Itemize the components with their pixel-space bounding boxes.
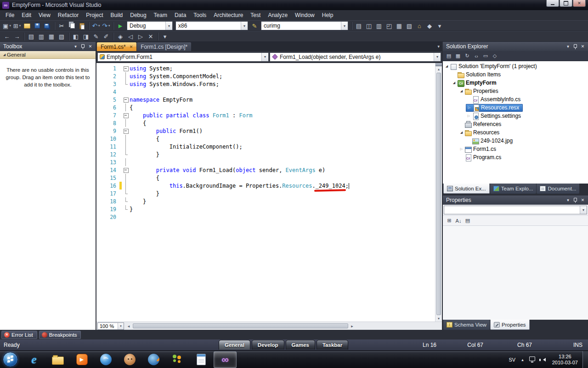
dock-tab-taskbar[interactable]: Taskbar: [317, 340, 348, 350]
find-in-files-button[interactable]: ▤: [354, 21, 364, 31]
pin-icon[interactable]: [572, 197, 579, 203]
code-line-18[interactable]: 18 }: [96, 197, 435, 205]
code-line-10[interactable]: 10 {: [96, 135, 435, 143]
tree-item-content[interactable]: 249-1024.jpg: [466, 137, 513, 145]
tab-properties[interactable]: Properties: [490, 320, 529, 330]
tree-expanded-arrow-icon[interactable]: ◢: [444, 64, 450, 68]
messenger-taskbar-button[interactable]: [166, 351, 189, 368]
new-project-button[interactable]: ▣▾: [2, 21, 12, 31]
code-line-9[interactable]: 9 public Form1(): [96, 127, 435, 135]
tree-item-content[interactable]: ◢Resources: [458, 129, 499, 137]
types-combo[interactable]: EmptyForm.Form1 ▾: [97, 52, 269, 62]
object-browser-button[interactable]: ◰: [384, 21, 394, 31]
code-line-1[interactable]: 1using System;: [96, 64, 435, 72]
msn-taskbar-button[interactable]: [94, 351, 117, 368]
undo-button[interactable]: ↶▾: [91, 21, 101, 31]
tree-item-content[interactable]: ◢Solution 'EmptyForm' (1 project): [444, 63, 537, 70]
title-bar[interactable]: ∞ EmptyForm - Microsoft Visual Studio ✕: [0, 0, 588, 10]
vertical-scrollbar[interactable]: ▴ ▾: [435, 63, 442, 322]
tab-solution-ex[interactable]: Solution Ex...: [443, 184, 490, 194]
increase-indent-button[interactable]: ◨: [81, 32, 91, 41]
scrollbar-thumb[interactable]: [436, 73, 441, 315]
save-button[interactable]: [32, 21, 42, 31]
menu-refactor[interactable]: Refactor: [54, 11, 82, 20]
save-all-button[interactable]: [42, 21, 52, 31]
error-list-panel-button[interactable]: Error List: [1, 331, 37, 339]
tree-item-solution-emptyform-1-project[interactable]: ◢Solution 'EmptyForm' (1 project): [443, 62, 588, 70]
notes-taskbar-button[interactable]: [190, 351, 213, 368]
scroll-right-arrow-icon[interactable]: ▸: [349, 324, 356, 328]
line-number[interactable]: 17: [96, 190, 119, 197]
properties-window-button[interactable]: ▥: [374, 21, 384, 31]
splitter-handle[interactable]: [435, 63, 442, 66]
line-number[interactable]: 14: [96, 167, 119, 173]
next-bookmark-button[interactable]: ▷: [136, 32, 146, 41]
tree-item-assemblyinfo-cs[interactable]: AssemblyInfo.cs: [443, 95, 588, 104]
properties-button[interactable]: ▤: [444, 52, 453, 60]
tree-item-program-cs[interactable]: Program.cs: [443, 153, 588, 161]
line-number[interactable]: 10: [96, 136, 119, 142]
tab-document[interactable]: Document...: [537, 184, 579, 194]
tree-item-resources[interactable]: ◢Resources: [443, 128, 588, 137]
menu-debug[interactable]: Debug: [126, 11, 150, 20]
line-number[interactable]: 4: [96, 89, 119, 95]
solution-platforms-combo[interactable]: x86▾: [175, 21, 248, 30]
code-line-12[interactable]: 12 }: [96, 150, 435, 158]
tree-expanded-arrow-icon[interactable]: ◢: [458, 89, 464, 93]
menu-analyze[interactable]: Analyze: [264, 11, 291, 20]
line-number[interactable]: 9: [96, 128, 119, 134]
line-number[interactable]: 13: [96, 159, 119, 166]
toolbox-group-general[interactable]: ◢ General: [0, 51, 96, 59]
start-page-button[interactable]: ⌂: [414, 21, 424, 31]
display-parameter-info-button[interactable]: ▥: [36, 32, 46, 41]
code-line-19[interactable]: 19}: [96, 205, 435, 213]
copy-button[interactable]: [67, 21, 77, 31]
immediate-window-button[interactable]: ▧: [404, 21, 414, 31]
fold-collapse-button[interactable]: [122, 64, 130, 72]
menu-view[interactable]: View: [35, 11, 54, 20]
tree-collapsed-arrow-icon[interactable]: ▷: [466, 106, 472, 109]
tree-collapsed-arrow-icon[interactable]: ▷: [458, 147, 464, 151]
code-line-7[interactable]: 7 public partial class Form1 : Form: [96, 111, 435, 119]
code-line-6[interactable]: 6{: [96, 104, 435, 111]
decrease-indent-button[interactable]: ◧: [71, 32, 81, 41]
chevron-down-icon[interactable]: ▾: [261, 53, 268, 61]
code-line-17[interactable]: 17 }: [96, 190, 435, 197]
code-line-4[interactable]: 4: [96, 88, 435, 96]
volume-icon[interactable]: [541, 358, 546, 362]
previous-bookmark-button[interactable]: ◁: [125, 32, 136, 41]
chevron-down-icon[interactable]: ▾: [118, 323, 124, 329]
open-file-button[interactable]: [22, 21, 32, 31]
code-line-14[interactable]: 14 private void Form1_Load(object sender…: [96, 166, 435, 174]
code-line-2[interactable]: 2using System.ComponentModel;: [96, 72, 435, 80]
zoom-combo[interactable]: 100 % ▾: [97, 322, 124, 330]
view-class-diagram-button[interactable]: ◇: [490, 52, 499, 60]
line-number[interactable]: 19: [96, 206, 119, 213]
tree-item-content[interactable]: Program.cs: [458, 154, 501, 161]
display-word-completion-button[interactable]: ▧: [57, 32, 67, 41]
line-number[interactable]: 2: [96, 73, 119, 80]
line-number[interactable]: 7: [96, 112, 119, 119]
comment-selection-button[interactable]: ✎: [91, 32, 101, 41]
firefox-taskbar-button[interactable]: [142, 351, 165, 368]
menu-help[interactable]: Help: [318, 11, 337, 20]
toggle-bookmark-button[interactable]: ◈: [115, 32, 125, 41]
horizontal-scrollbar[interactable]: ◂ ▸: [125, 322, 442, 330]
navigate-backward-button[interactable]: ←: [2, 32, 12, 41]
refresh-button[interactable]: ↻: [463, 52, 472, 60]
extension-manager-button[interactable]: ◆: [424, 21, 435, 31]
scroll-left-arrow-icon[interactable]: ◂: [125, 324, 132, 328]
dock-tab-develop[interactable]: Develop: [252, 340, 284, 350]
window-position-button[interactable]: ▾: [565, 43, 571, 50]
code-line-15[interactable]: 15 {: [96, 174, 435, 182]
scrollbar-thumb[interactable]: [133, 323, 348, 328]
menu-window[interactable]: Window: [291, 11, 318, 20]
code-line-11[interactable]: 11 InitializeComponent();: [96, 143, 435, 150]
line-number[interactable]: 11: [96, 144, 119, 150]
view-designer-button[interactable]: ▭: [481, 52, 490, 60]
code-line-13[interactable]: 13: [96, 158, 435, 166]
tab-schema-view[interactable]: Schema View: [443, 320, 490, 330]
menu-data[interactable]: Data: [171, 11, 190, 20]
object-selector-combo[interactable]: ▾: [444, 206, 587, 214]
navigate-forward-button[interactable]: →: [12, 32, 22, 41]
